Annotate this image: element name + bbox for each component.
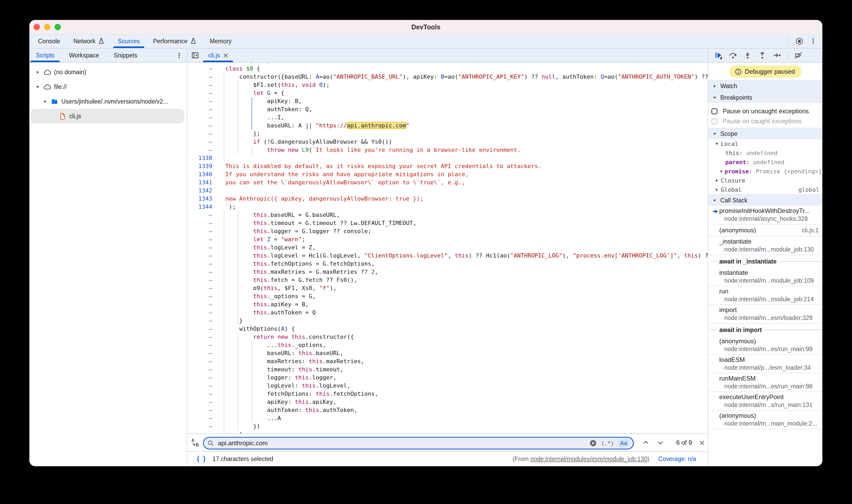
code-line[interactable]: class $8 { bbox=[225, 65, 708, 73]
search-input[interactable]: api.anthropic.com (.*) Aa bbox=[203, 437, 634, 449]
close-search-button[interactable] bbox=[696, 437, 708, 448]
code-line[interactable]: var Xs0, $F1; bbox=[225, 63, 708, 65]
code-line[interactable]: this.apiKey = B, bbox=[225, 300, 708, 308]
expanded-arrow-icon[interactable] bbox=[35, 84, 40, 90]
code-line[interactable]: This is disabled by default, as it risks… bbox=[225, 162, 708, 170]
gutter-line[interactable]: 1338 bbox=[187, 154, 212, 162]
clear-search-button[interactable] bbox=[589, 439, 597, 447]
code-line[interactable]: new Anthropic({ apiKey, dangerouslyAllow… bbox=[225, 195, 708, 203]
tab-performance[interactable]: Performance bbox=[148, 34, 201, 48]
gutter-line[interactable]: – bbox=[187, 276, 212, 284]
gutter-line[interactable]: – bbox=[187, 244, 212, 251]
call-stack-frame[interactable]: promiseInitHookWithDestroyTr...node:inte… bbox=[708, 206, 822, 224]
step-into-next-function-call-button[interactable] bbox=[743, 51, 752, 59]
tab-snippets[interactable]: Snippets bbox=[108, 49, 143, 62]
checkbox-unchecked[interactable] bbox=[711, 118, 717, 124]
gutter-line[interactable]: 1343 bbox=[187, 195, 212, 203]
call-stack-frame[interactable]: (anonymous)node:internal/m...es/run_main… bbox=[708, 336, 822, 355]
resume-script-execution-button[interactable] bbox=[714, 51, 723, 59]
code-line[interactable]: throw new L9(`It looks like you're runni… bbox=[225, 146, 708, 154]
tab-scripts[interactable]: Scripts bbox=[31, 49, 60, 62]
code-line[interactable]: let G = { bbox=[225, 89, 708, 97]
code-line[interactable]: this.fetchOptions = G.fetchOptions, bbox=[225, 259, 708, 268]
gutter-line[interactable]: – bbox=[187, 105, 212, 113]
scope-row-global[interactable]: Globalglobal bbox=[708, 185, 822, 194]
code-line[interactable]: }; bbox=[225, 129, 708, 138]
code-line[interactable]: ...A bbox=[225, 414, 708, 422]
scope-row-closure[interactable]: Closure bbox=[708, 176, 822, 185]
pretty-print-icon[interactable] bbox=[196, 455, 207, 463]
code-line[interactable]: authToken: this.authToken, bbox=[225, 406, 708, 414]
gutter-line[interactable]: – bbox=[187, 73, 212, 81]
code-line[interactable]: let Z = "warn"; bbox=[225, 235, 708, 244]
code-area[interactable]: –––––––––––1338133913401341134213431344–… bbox=[187, 63, 708, 433]
code-line[interactable]: apiKey: this.apiKey, bbox=[225, 398, 708, 406]
gutter-line[interactable]: 1341 bbox=[187, 178, 212, 186]
search-next-button[interactable] bbox=[655, 437, 666, 448]
gutter-line[interactable]: – bbox=[187, 227, 212, 235]
code-line[interactable]: }) bbox=[225, 422, 708, 430]
gutter-line[interactable]: – bbox=[187, 308, 212, 317]
step-button[interactable] bbox=[773, 51, 781, 59]
tab-network[interactable]: Network bbox=[69, 34, 109, 48]
code-line[interactable]: this.logLevel = Hc1(G.logLevel, "ClientO… bbox=[225, 251, 708, 259]
match-case-toggle-button[interactable]: Aa bbox=[618, 439, 629, 447]
code-line[interactable]: maxRetries: this.maxRetries, bbox=[225, 357, 708, 365]
settings-button[interactable] bbox=[792, 34, 806, 48]
gutter-line[interactable]: – bbox=[187, 381, 212, 390]
code-line[interactable]: baseURL: this.baseURL, bbox=[225, 349, 708, 357]
gutter-line[interactable]: – bbox=[187, 259, 212, 268]
code-line[interactable]: return new this.constructor({ bbox=[225, 333, 708, 341]
code-line[interactable] bbox=[225, 186, 708, 195]
code-line[interactable]: apiKey: B, bbox=[225, 97, 708, 105]
gutter-line[interactable]: – bbox=[187, 97, 212, 105]
gutter-line[interactable]: – bbox=[187, 422, 212, 430]
close-tab-icon[interactable] bbox=[223, 52, 229, 59]
code-line[interactable]: this.logLevel = Z, bbox=[225, 244, 708, 251]
code-line[interactable]: o9(this, $F1, Xs0, "f"), bbox=[225, 284, 708, 292]
tab-console[interactable]: Console bbox=[34, 34, 65, 48]
tab-workspace[interactable]: Workspace bbox=[64, 49, 105, 62]
gutter-line[interactable]: – bbox=[187, 317, 212, 325]
code-line[interactable]: this.baseURL = G.baseURL, bbox=[225, 211, 708, 219]
step-out-of-current-function-button[interactable] bbox=[758, 51, 766, 59]
collapsed-arrow-icon[interactable] bbox=[35, 69, 40, 75]
file-tree-item-file-[interactable]: file:// bbox=[29, 79, 187, 94]
scope-row-parent[interactable]: parent: undefined bbox=[708, 158, 822, 167]
call-stack-frame[interactable]: instantiatenode:internal/m...module_job:… bbox=[708, 268, 822, 286]
code-line[interactable]: this.logger = G.logger ?? console; bbox=[225, 227, 708, 235]
code-line[interactable]: } bbox=[225, 317, 708, 325]
scope-row-this[interactable]: this: undefined bbox=[708, 148, 822, 158]
gutter-line[interactable]: – bbox=[187, 390, 212, 398]
collapse-sidebar-button[interactable] bbox=[187, 49, 203, 62]
call-stack-frame[interactable]: loadESMnode:internal/p.../esm_loader:34 bbox=[708, 355, 822, 373]
gutter-line[interactable]: – bbox=[187, 121, 212, 129]
replace-toggle-icon[interactable]: AB bbox=[187, 438, 203, 447]
gutter-line[interactable]: – bbox=[187, 365, 212, 373]
expanded-arrow-icon[interactable] bbox=[42, 98, 48, 104]
code-line[interactable]: ...this._options, bbox=[225, 341, 708, 349]
search-query[interactable]: api.anthropic.com bbox=[218, 439, 585, 447]
code-line[interactable]: this._options = G, bbox=[225, 292, 708, 300]
gutter-line[interactable]: – bbox=[187, 349, 212, 357]
gutter-line[interactable]: – bbox=[187, 341, 212, 349]
code-line[interactable]: fetchOptions: this.fetchOptions, bbox=[225, 390, 708, 398]
code-line[interactable]: ...I, bbox=[225, 113, 708, 121]
gutter-line[interactable]: – bbox=[187, 268, 212, 276]
gutter-line[interactable]: – bbox=[187, 333, 212, 341]
breakpoint-option[interactable]: Pause on caught exceptions bbox=[708, 116, 822, 126]
code-line[interactable]: this.authToken = Q bbox=[225, 308, 708, 317]
checkbox-unchecked[interactable] bbox=[711, 108, 717, 114]
expanded-arrow-icon[interactable] bbox=[714, 141, 719, 147]
search-previous-button[interactable] bbox=[640, 437, 652, 448]
code-line[interactable]: `); bbox=[225, 203, 708, 211]
collapsed-arrow-icon[interactable] bbox=[719, 168, 724, 174]
coverage-link[interactable]: Coverage: n/a bbox=[658, 455, 696, 463]
gutter-line[interactable]: – bbox=[187, 235, 212, 244]
gutter-line[interactable]: – bbox=[187, 129, 212, 138]
breakpoint-option[interactable]: Pause on uncaught exceptions bbox=[708, 106, 822, 116]
gutter-line[interactable]: – bbox=[187, 65, 212, 73]
gutter-line[interactable]: – bbox=[187, 414, 212, 422]
file-tree-item-cli-js[interactable]: cli.js bbox=[29, 109, 187, 124]
module-link[interactable]: node:internal/modules/esm/module_job:130 bbox=[530, 455, 647, 462]
